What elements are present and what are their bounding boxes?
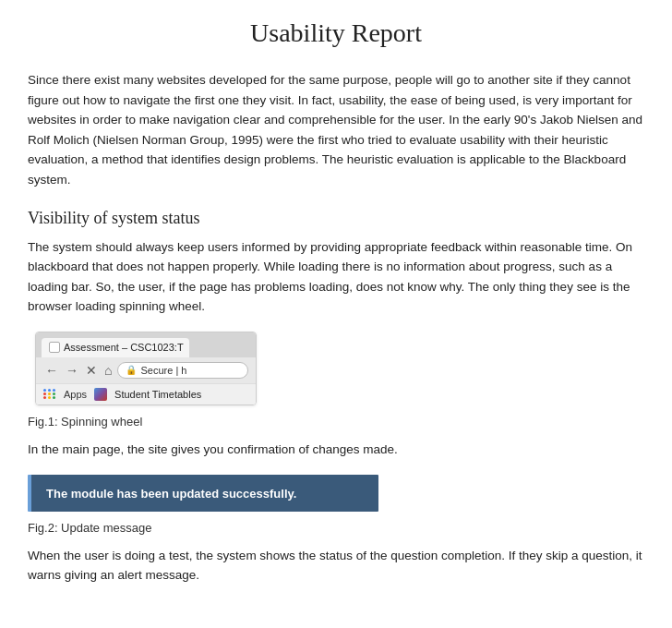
forward-icon[interactable]: →	[64, 363, 80, 378]
section1-text: The system should always keep users info…	[28, 237, 644, 317]
intro-paragraph: Since there exist many websites develope…	[28, 70, 644, 190]
section1-title: Visibility of system status	[28, 209, 644, 228]
address-text: Secure | h	[140, 365, 186, 376]
browser-bookmarks-bar: Apps Student Timetables	[36, 383, 256, 405]
browser-tab[interactable]: Assessment – CSC1023:T ✕	[42, 338, 189, 357]
fig2-caption: Fig.2: Update message	[28, 521, 644, 535]
lock-icon: 🔒	[126, 365, 137, 375]
timetables-label[interactable]: Student Timetables	[114, 389, 201, 400]
back-icon[interactable]: ←	[43, 363, 60, 378]
address-bar[interactable]: 🔒 Secure | h	[117, 362, 248, 379]
browser-tab-bar: Assessment – CSC1023:T ✕	[36, 332, 256, 357]
final-text: When the user is doing a test, the syste…	[28, 546, 644, 586]
update-message-text: The module has been updated successfully…	[46, 487, 296, 501]
browser-mockup: Assessment – CSC1023:T ✕ ← → ✕ ⌂ 🔒 Secur…	[35, 332, 257, 405]
page-title: Usability Report	[28, 18, 644, 48]
fig1-caption: Fig.1: Spinning wheel	[28, 415, 644, 429]
update-message-box: The module has been updated successfully…	[28, 475, 378, 512]
tab-label: Assessment – CSC1023:T	[64, 342, 184, 353]
home-icon[interactable]: ⌂	[102, 363, 114, 378]
apps-label[interactable]: Apps	[64, 389, 87, 400]
tab-favicon-icon	[49, 342, 60, 353]
browser-nav-bar: ← → ✕ ⌂ 🔒 Secure | h	[36, 357, 256, 383]
timetables-favicon-icon	[94, 388, 107, 401]
reload-icon[interactable]: ✕	[84, 363, 99, 378]
confirmation-text: In the main page, the site gives you con…	[28, 440, 644, 460]
apps-grid-icon	[43, 389, 56, 399]
